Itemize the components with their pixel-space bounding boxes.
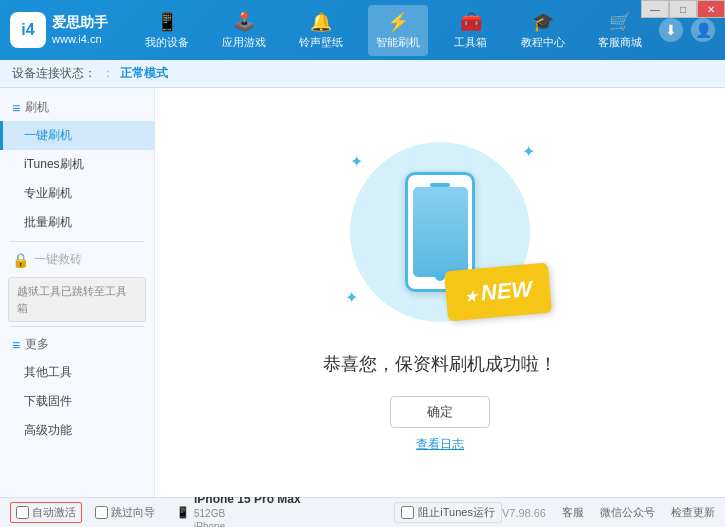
apps-games-label: 应用游戏 [222, 35, 266, 50]
block-itunes-checkbox[interactable]: 阻止iTunes运行 [394, 502, 502, 523]
sidebar-item-pro-flash[interactable]: 专业刷机 [0, 179, 154, 208]
subheader: 设备连接状态： ： 正常模式 [0, 60, 725, 88]
auto-activate-input[interactable] [16, 506, 29, 519]
version-label: V7.98.66 [502, 507, 546, 519]
footer-right: V7.98.66 客服 微信公众号 检查更新 [502, 505, 715, 520]
sidebar-item-one-key-flash[interactable]: 一键刷机 [0, 121, 154, 150]
device-phone-icon: 📱 [176, 506, 190, 519]
ringtones-icon: 🔔 [310, 11, 332, 33]
main: ≡ 刷机 一键刷机 iTunes刷机 专业刷机 批量刷机 🔒 一键救砖 越狱工具… [0, 88, 725, 497]
logo-code: i4 [21, 21, 34, 39]
maximize-button[interactable]: □ [669, 0, 697, 18]
rescue-section-icon: 🔒 [12, 252, 29, 268]
nav: 📱 我的设备 🕹️ 应用游戏 🔔 铃声壁纸 ⚡ 智能刷机 🧰 工具箱 🎓 教程中… [128, 5, 659, 56]
more-section-icon: ≡ [12, 337, 20, 353]
download-button[interactable]: ⬇ [659, 18, 683, 42]
block-itunes-label: 阻止iTunes运行 [418, 505, 495, 520]
smart-flash-icon: ⚡ [387, 11, 409, 33]
nav-item-toolbox[interactable]: 🧰 工具箱 [446, 5, 496, 56]
phone-notch [430, 183, 450, 187]
header-right: ⬇ 👤 [659, 18, 715, 42]
content: ✦ ✦ ✦ NEW 恭喜您，保资料刷机成功啦！ 确定 查看日志 [155, 88, 725, 497]
rescue-notice: 越狱工具已跳转至工具箱 [8, 277, 146, 322]
rescue-section-label: 一键救砖 [34, 251, 82, 268]
sidebar-section-flash-header[interactable]: ≡ 刷机 [0, 94, 154, 121]
view-log-link[interactable]: 查看日志 [416, 436, 464, 453]
logo-url: www.i4.cn [52, 32, 108, 47]
block-itunes-input[interactable] [401, 506, 414, 519]
sparkle-top-right-icon: ✦ [522, 142, 535, 161]
success-text: 恭喜您，保资料刷机成功啦！ [323, 352, 557, 376]
nav-item-tutorial[interactable]: 🎓 教程中心 [513, 5, 573, 56]
tutorial-icon: 🎓 [532, 11, 554, 33]
sidebar-section-rescue-header: 🔒 一键救砖 [0, 246, 154, 273]
phone-screen [413, 187, 468, 277]
status-prefix: 设备连接状态： [12, 65, 96, 82]
sidebar-item-download-firmware[interactable]: 下载固件 [0, 387, 154, 416]
minimize-button[interactable]: — [641, 0, 669, 18]
sparkle-top-left-icon: ✦ [350, 152, 363, 171]
status-value: 正常模式 [120, 65, 168, 82]
sidebar-divider-2 [10, 326, 144, 327]
close-button[interactable]: ✕ [697, 0, 725, 18]
customer-service-link[interactable]: 客服 [562, 505, 584, 520]
brand-name: 爱思助手 [52, 13, 108, 33]
device-storage: 512GB [194, 507, 301, 520]
wechat-link[interactable]: 微信公众号 [600, 505, 655, 520]
sidebar-section-flash: ≡ 刷机 一键刷机 iTunes刷机 专业刷机 批量刷机 [0, 94, 154, 237]
confirm-button[interactable]: 确定 [390, 396, 490, 428]
footer: 自动激活 跳过向导 📱 iPhone 15 Pro Max 512GB iPho… [0, 497, 725, 527]
status-separator: ： [102, 65, 114, 82]
apps-games-icon: 🕹️ [233, 11, 255, 33]
sidebar-item-advanced[interactable]: 高级功能 [0, 416, 154, 445]
device-type: iPhone [194, 520, 301, 527]
sidebar: ≡ 刷机 一键刷机 iTunes刷机 专业刷机 批量刷机 🔒 一键救砖 越狱工具… [0, 88, 155, 497]
logo-text: 爱思助手 www.i4.cn [52, 13, 108, 48]
toolbox-label: 工具箱 [454, 35, 487, 50]
ringtones-label: 铃声壁纸 [299, 35, 343, 50]
services-label: 客服商城 [598, 35, 642, 50]
flash-section-label: 刷机 [25, 99, 49, 116]
toolbox-icon: 🧰 [460, 11, 482, 33]
auto-activate-checkbox[interactable]: 自动激活 [10, 502, 82, 523]
user-button[interactable]: 👤 [691, 18, 715, 42]
new-badge: NEW [444, 263, 552, 322]
nav-item-smart-flash[interactable]: ⚡ 智能刷机 [368, 5, 428, 56]
logo: i4 爱思助手 www.i4.cn [10, 12, 108, 48]
my-device-label: 我的设备 [145, 35, 189, 50]
services-icon: 🛒 [609, 11, 631, 33]
sidebar-item-itunes-flash[interactable]: iTunes刷机 [0, 150, 154, 179]
tutorial-label: 教程中心 [521, 35, 565, 50]
sidebar-section-more: ≡ 更多 其他工具 下载固件 高级功能 [0, 331, 154, 445]
sparkle-bottom-left-icon: ✦ [345, 288, 358, 307]
auto-activate-label: 自动激活 [32, 505, 76, 520]
nav-item-ringtones[interactable]: 🔔 铃声壁纸 [291, 5, 351, 56]
flash-section-icon: ≡ [12, 100, 20, 116]
logo-icon: i4 [10, 12, 46, 48]
header: i4 爱思助手 www.i4.cn 📱 我的设备 🕹️ 应用游戏 🔔 铃声壁纸 … [0, 0, 725, 60]
nav-item-my-device[interactable]: 📱 我的设备 [137, 5, 197, 56]
sidebar-item-other-tools[interactable]: 其他工具 [0, 358, 154, 387]
phone-illustration: ✦ ✦ ✦ NEW [340, 132, 540, 332]
guide-label: 跳过向导 [111, 505, 155, 520]
sidebar-item-batch-flash[interactable]: 批量刷机 [0, 208, 154, 237]
sidebar-section-more-header[interactable]: ≡ 更多 [0, 331, 154, 358]
nav-item-apps-games[interactable]: 🕹️ 应用游戏 [214, 5, 274, 56]
my-device-icon: 📱 [156, 11, 178, 33]
more-section-label: 更多 [25, 336, 49, 353]
guide-checkbox[interactable]: 跳过向导 [90, 503, 160, 522]
sidebar-divider-1 [10, 241, 144, 242]
check-update-link[interactable]: 检查更新 [671, 505, 715, 520]
guide-input[interactable] [95, 506, 108, 519]
sidebar-section-rescue: 🔒 一键救砖 越狱工具已跳转至工具箱 [0, 246, 154, 322]
smart-flash-label: 智能刷机 [376, 35, 420, 50]
